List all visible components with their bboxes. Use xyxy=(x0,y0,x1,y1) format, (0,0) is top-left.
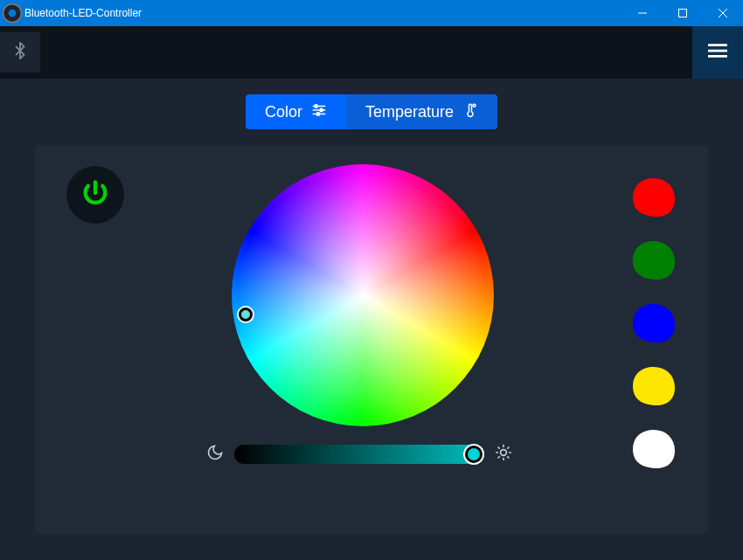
svg-rect-13 xyxy=(320,108,322,111)
titlebar: Bluetooth-LED-Controller xyxy=(0,0,743,26)
bluetooth-icon xyxy=(10,41,30,64)
svg-rect-3 xyxy=(679,10,687,17)
svg-line-22 xyxy=(508,457,509,458)
panel xyxy=(35,145,708,534)
close-button[interactable] xyxy=(703,0,743,26)
bluetooth-button[interactable] xyxy=(0,32,40,73)
preset-white[interactable] xyxy=(631,428,677,470)
mode-tabs: Color Temperature xyxy=(246,94,497,129)
preset-yellow[interactable] xyxy=(631,365,677,407)
power-button[interactable] xyxy=(66,166,124,224)
preset-blue[interactable] xyxy=(631,302,677,344)
tab-temperature[interactable]: Temperature xyxy=(346,94,497,129)
tab-color-label: Color xyxy=(265,103,302,121)
svg-point-15 xyxy=(473,104,476,107)
brightness-control xyxy=(206,444,512,465)
window-title: Bluetooth-LED-Controller xyxy=(24,7,622,19)
thermometer-icon xyxy=(462,102,478,122)
app-icon xyxy=(0,1,24,25)
sliders-icon xyxy=(311,102,327,122)
preset-green[interactable] xyxy=(631,239,677,281)
svg-rect-12 xyxy=(315,105,316,107)
color-wheel-thumb[interactable] xyxy=(239,308,253,321)
menu-icon xyxy=(708,43,727,62)
sun-icon xyxy=(495,444,512,465)
svg-line-21 xyxy=(498,447,499,448)
brightness-thumb[interactable] xyxy=(465,446,483,463)
svg-rect-14 xyxy=(317,113,319,115)
maximize-button[interactable] xyxy=(663,0,703,26)
tab-color[interactable]: Color xyxy=(246,94,346,129)
brightness-slider[interactable] xyxy=(234,445,484,464)
power-icon xyxy=(80,178,110,211)
color-wheel[interactable] xyxy=(232,164,494,426)
minimize-button[interactable] xyxy=(622,0,663,26)
tab-temperature-label: Temperature xyxy=(365,103,454,121)
preset-red[interactable] xyxy=(631,176,677,218)
preset-list xyxy=(631,176,677,470)
svg-point-16 xyxy=(501,450,507,456)
app-header xyxy=(0,26,743,79)
svg-line-23 xyxy=(498,457,499,458)
menu-button[interactable] xyxy=(692,26,743,79)
svg-line-24 xyxy=(508,447,509,448)
moon-icon xyxy=(206,444,224,465)
svg-point-1 xyxy=(9,10,17,17)
